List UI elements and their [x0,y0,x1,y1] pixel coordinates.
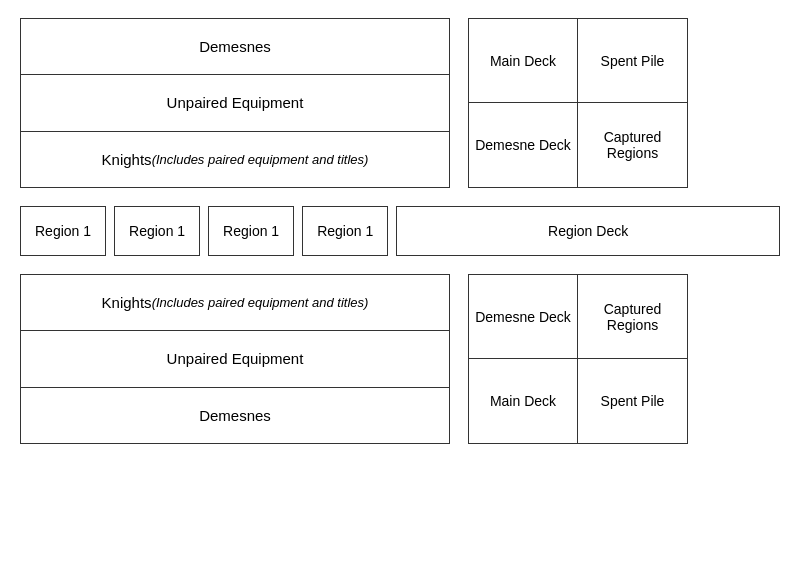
region-1b: Region 1 [114,206,200,256]
region-deck-container: Region Deck [396,206,780,256]
demesnes-label: Demesnes [199,38,271,55]
row1: Demesnes Unpaired Equipment Knights (Inc… [20,18,780,188]
bot-demesnes-label: Demesnes [199,407,271,424]
main-layout: Demesnes Unpaired Equipment Knights (Inc… [0,0,800,579]
bot-knights-sub-label: (Includes paired equipment and titles) [152,295,369,310]
top-right-captured-regions: Captured Regions [578,103,687,187]
top-left-unpaired: Unpaired Equipment [21,75,449,131]
bot-right-spent-pile: Spent Pile [578,359,687,443]
bot-left-panel: Knights (Includes paired equipment and t… [20,274,450,444]
top-right-main-deck: Main Deck [469,19,578,103]
bot-left-unpaired: Unpaired Equipment [21,331,449,387]
top-left-panel: Demesnes Unpaired Equipment Knights (Inc… [20,18,450,188]
top-left-knights: Knights (Includes paired equipment and t… [21,132,449,187]
bot-right-main-deck: Main Deck [469,359,578,443]
region-deck: Region Deck [396,206,780,256]
region-1c: Region 1 [208,206,294,256]
row2: Region 1 Region 1 Region 1 Region 1 Regi… [20,206,780,256]
top-right-demesne-deck: Demesne Deck [469,103,578,187]
top-right-panel: Main Deck Spent Pile Demesne Deck Captur… [468,18,688,188]
top-right-spent-pile: Spent Pile [578,19,687,103]
bot-left-knights: Knights (Includes paired equipment and t… [21,275,449,331]
top-left-demesnes: Demesnes [21,19,449,75]
row3: Knights (Includes paired equipment and t… [20,274,780,444]
region-1a: Region 1 [20,206,106,256]
knights-sub-label: (Includes paired equipment and titles) [152,152,369,167]
bot-knights-label: Knights [102,294,152,311]
bot-right-demesne-deck: Demesne Deck [469,275,578,359]
bot-unpaired-label: Unpaired Equipment [167,350,304,367]
bot-right-captured-regions: Captured Regions [578,275,687,359]
region-1d: Region 1 [302,206,388,256]
regions-group: Region 1 Region 1 Region 1 Region 1 [20,206,388,256]
unpaired-label: Unpaired Equipment [167,94,304,111]
bot-left-demesnes: Demesnes [21,388,449,443]
bot-right-panel: Demesne Deck Captured Regions Main Deck … [468,274,688,444]
knights-label: Knights [102,151,152,168]
